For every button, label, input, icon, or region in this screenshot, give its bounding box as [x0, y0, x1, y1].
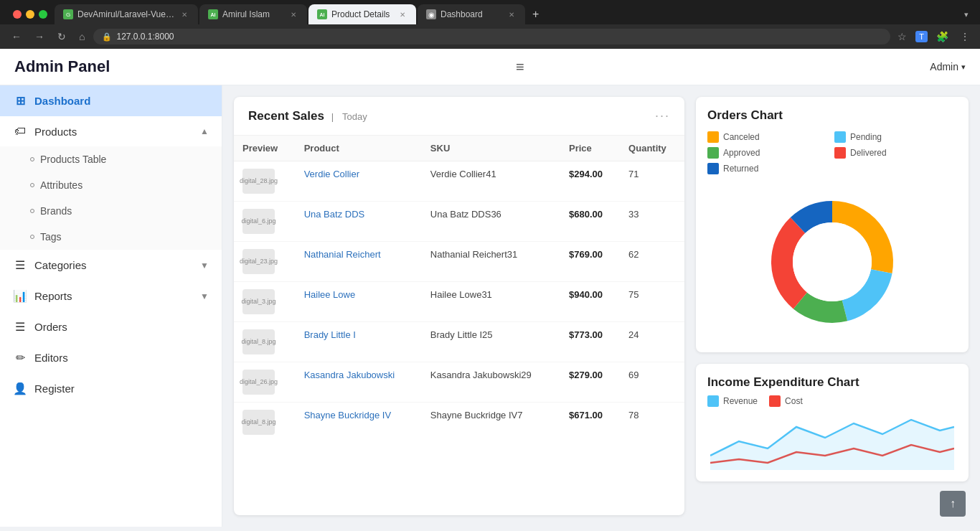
sidebar-item-editors[interactable]: ✏ Editors	[0, 342, 222, 373]
sidebar-label-brands: Brands	[40, 205, 72, 217]
sidebar-label-tags: Tags	[40, 231, 62, 243]
sidebar-item-brands[interactable]: Brands	[0, 198, 222, 224]
browser-tab-2[interactable]: Ai Amirul Islam ✕	[199, 4, 307, 24]
sidebar-label-register: Register	[34, 382, 209, 395]
sales-table: Preview Product SKU Price Quantity digit…	[234, 136, 684, 442]
submenu-dot-icon	[30, 209, 34, 213]
sidebar-item-tags[interactable]: Tags	[0, 224, 222, 250]
sidebar-label-products-table: Products Table	[40, 154, 106, 165]
legend-label: Pending	[850, 132, 882, 142]
sidebar-toggle-button[interactable]: ≡	[516, 59, 524, 75]
browser-tab-4[interactable]: ◉ Dashboard ✕	[418, 4, 525, 24]
forward-button[interactable]: →	[30, 29, 49, 44]
legend-dot	[834, 147, 846, 159]
legend-item: Canceled	[707, 131, 830, 143]
admin-dropdown-button[interactable]: Admin	[930, 61, 966, 72]
product-thumbnail: digital_8.jpg	[242, 329, 275, 354]
app-title: Admin Panel	[14, 57, 110, 76]
col-product: Product	[296, 136, 422, 161]
tab-close-3[interactable]: ✕	[397, 10, 407, 19]
browser-tabs: G DevAmirul/Laravel-Vue-S... ✕ Ai Amirul…	[55, 4, 958, 24]
cell-sku: Nathanial Reichert31	[422, 242, 560, 282]
sales-subtitle: Today	[342, 111, 367, 122]
sidebar-item-categories[interactable]: ☰ Categories ▼	[0, 250, 222, 281]
product-price: $769.00	[569, 249, 603, 260]
col-preview: Preview	[234, 136, 296, 161]
extension-translate-button[interactable]: T	[915, 31, 928, 42]
menu-button[interactable]: ⋮	[957, 29, 973, 44]
col-sku: SKU	[422, 136, 560, 161]
cell-sku: Una Batz DDS36	[422, 202, 560, 242]
sidebar-item-dashboard[interactable]: ⊞ Dashboard	[0, 85, 222, 116]
tab-title-1: DevAmirul/Laravel-Vue-S...	[77, 9, 175, 19]
sidebar-item-register[interactable]: 👤 Register	[0, 373, 222, 404]
product-name: Kasandra Jakubowski	[304, 370, 395, 380]
sidebar-item-products-table[interactable]: Products Table	[0, 146, 222, 172]
income-legend-item: Revenue	[707, 395, 758, 407]
browser-tab-1[interactable]: G DevAmirul/Laravel-Vue-S... ✕	[55, 4, 198, 24]
product-price: $680.00	[569, 209, 603, 220]
product-name: Hailee Lowe	[304, 289, 356, 300]
sales-card: Recent Sales | Today ··· Preview Product…	[234, 97, 684, 515]
sidebar-item-orders[interactable]: ☰ Orders	[0, 311, 222, 342]
legend-item: Returned	[707, 163, 830, 174]
product-name: Brady Little I	[304, 329, 356, 340]
sidebar-item-attributes[interactable]: Attributes	[0, 172, 222, 198]
tab-title-2: Amirul Islam	[222, 9, 284, 19]
reload-button[interactable]: ↻	[53, 29, 70, 44]
cell-product: Nathanial Reichert	[296, 242, 422, 282]
submenu-dot-icon	[30, 235, 34, 239]
sales-more-button[interactable]: ···	[655, 108, 670, 123]
income-legend-item: Cost	[769, 395, 803, 407]
orders-chart-title: Orders Chart	[707, 108, 957, 123]
table-row: digital_3.jpg Hailee Lowe Hailee Lowe31 …	[234, 282, 684, 322]
sidebar-label-reports: Reports	[34, 290, 193, 302]
app: Admin Panel ≡ Admin ⊞ Dashboard 🏷 Produc…	[0, 49, 980, 527]
cell-quantity: 78	[620, 403, 684, 443]
new-tab-button[interactable]: +	[527, 8, 545, 21]
browser-tab-3[interactable]: Ai Product Details ✕	[308, 4, 416, 24]
cell-preview: digital_3.jpg	[234, 282, 296, 322]
legend-item: Approved	[707, 147, 830, 159]
svg-marker-1	[710, 420, 954, 470]
product-price: $940.00	[569, 289, 603, 300]
tab-close-2[interactable]: ✕	[288, 10, 298, 19]
close-window-button[interactable]	[13, 10, 22, 19]
extension-1-button[interactable]: 🧩	[933, 29, 951, 44]
legend-dot	[834, 131, 846, 143]
sidebar-item-reports[interactable]: 📊 Reports ▼	[0, 281, 222, 311]
cell-product: Hailee Lowe	[296, 282, 422, 322]
minimize-window-button[interactable]	[26, 10, 34, 19]
sidebar-item-products[interactable]: 🏷 Products ▲	[0, 116, 222, 146]
back-to-top-button[interactable]: ↑	[940, 491, 966, 517]
legend-label: Canceled	[723, 132, 760, 142]
legend-item: Delivered	[834, 147, 957, 159]
browser-nav: ← → ↻ ⌂ 🔒 127.0.0.1:8000 ☆ T 🧩 ⋮	[0, 24, 980, 49]
product-thumbnail: digital_26.jpg	[242, 370, 275, 395]
tab-close-1[interactable]: ✕	[179, 10, 189, 19]
tab-close-4[interactable]: ✕	[507, 10, 517, 19]
address-bar[interactable]: 🔒 127.0.0.1:8000	[93, 29, 890, 44]
maximize-window-button[interactable]	[39, 10, 47, 19]
sidebar-label-products: Products	[34, 126, 193, 138]
cell-sku: Verdie Collier41	[422, 161, 560, 202]
tab-expand-button[interactable]: ▾	[958, 10, 974, 19]
legend-label: Delivered	[850, 148, 887, 158]
orders-icon: ☰	[13, 320, 27, 334]
browser-nav-actions: ☆ T 🧩 ⋮	[895, 29, 973, 44]
home-button[interactable]: ⌂	[75, 29, 89, 44]
product-name: Verdie Collier	[304, 169, 359, 179]
bookmark-star-button[interactable]: ☆	[895, 29, 910, 44]
reports-chevron-icon: ▼	[200, 291, 209, 301]
products-icon: 🏷	[13, 125, 27, 138]
back-button[interactable]: ←	[7, 29, 26, 44]
cell-product: Kasandra Jakubowski	[296, 362, 422, 403]
income-legend-label: Cost	[785, 396, 803, 406]
register-icon: 👤	[13, 382, 27, 395]
browser-chrome: G DevAmirul/Laravel-Vue-S... ✕ Ai Amirul…	[0, 0, 980, 49]
categories-icon: ☰	[13, 258, 27, 272]
cell-sku: Brady Little I25	[422, 322, 560, 362]
products-chevron-icon: ▲	[200, 126, 209, 136]
product-thumbnail: digital_3.jpg	[242, 289, 275, 314]
orders-chart-card: Orders Chart CanceledPendingApprovedDeli…	[696, 97, 969, 352]
